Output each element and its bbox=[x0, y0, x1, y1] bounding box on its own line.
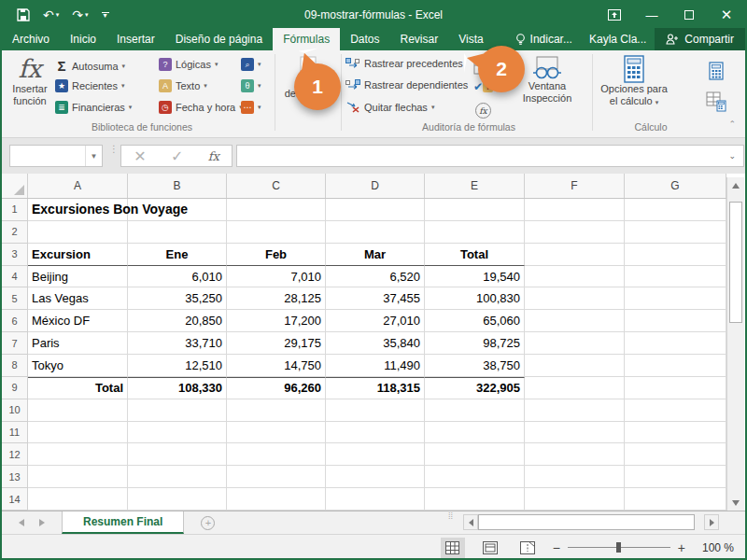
sheet-tab-resumen-final[interactable]: Resumen Final bbox=[62, 511, 184, 534]
cell-E1[interactable] bbox=[425, 199, 525, 221]
close-button[interactable]: ✕ bbox=[708, 2, 745, 28]
cell-A1[interactable]: Excursiones Bon Voyage bbox=[28, 199, 128, 221]
cell-C13[interactable] bbox=[227, 466, 326, 488]
sheet-prev-button[interactable] bbox=[19, 519, 24, 526]
cell-A12[interactable] bbox=[28, 443, 128, 466]
cell-D8[interactable]: 11,490 bbox=[326, 355, 425, 377]
calculation-options-button[interactable]: Opciones parael cálculo ▾ bbox=[598, 55, 670, 108]
cell-E2[interactable] bbox=[425, 221, 525, 244]
cell-E9[interactable]: 322,905 bbox=[425, 377, 525, 399]
enter-button[interactable]: ✓ bbox=[171, 147, 183, 165]
cell-D10[interactable] bbox=[326, 399, 425, 422]
tab-split-handle[interactable]: ⁞⁞ bbox=[448, 514, 453, 519]
cell-G14[interactable] bbox=[625, 488, 726, 511]
cell-G5[interactable] bbox=[625, 287, 726, 310]
tab-vista[interactable]: Vista bbox=[448, 28, 493, 50]
cell-D2[interactable] bbox=[326, 221, 425, 244]
maximize-button[interactable] bbox=[670, 2, 708, 28]
evaluate-formula-button[interactable]: fx bbox=[475, 103, 491, 119]
cell-A14[interactable] bbox=[28, 488, 128, 511]
row-header-3[interactable]: 3 bbox=[2, 244, 28, 266]
vertical-scrollbar[interactable] bbox=[726, 177, 744, 511]
cell-E3[interactable]: Total bbox=[425, 244, 525, 266]
cell-G3[interactable] bbox=[625, 244, 726, 266]
tab-insertar[interactable]: Insertar bbox=[106, 28, 165, 50]
cell-B14[interactable] bbox=[128, 488, 227, 511]
collapse-ribbon-button[interactable]: ⌃ bbox=[728, 119, 736, 129]
cell-G10[interactable] bbox=[625, 399, 726, 422]
redo-button[interactable]: ↷▾ bbox=[72, 7, 88, 22]
row-header-8[interactable]: 8 bbox=[2, 355, 28, 377]
cell-A6[interactable]: México DF bbox=[28, 310, 128, 332]
cancel-button[interactable]: ✕ bbox=[134, 147, 146, 165]
cell-G13[interactable] bbox=[625, 466, 726, 488]
cell-D4[interactable]: 6,520 bbox=[326, 266, 425, 288]
cell-B7[interactable]: 33,710 bbox=[128, 332, 227, 355]
sheet-next-button[interactable] bbox=[39, 519, 45, 526]
page-layout-view-button[interactable] bbox=[478, 538, 502, 558]
user-name[interactable]: Kayla Cla... bbox=[581, 28, 655, 50]
cell-E7[interactable]: 98,725 bbox=[425, 332, 525, 355]
trace-precedents-button[interactable]: Rastrear precedentes bbox=[345, 58, 463, 69]
cell-F11[interactable] bbox=[525, 422, 625, 444]
ribbon-display-options-button[interactable] bbox=[596, 2, 633, 28]
cell-C9[interactable]: 96,260 bbox=[227, 377, 326, 399]
row-header-9[interactable]: 9 bbox=[2, 377, 28, 399]
cell-D6[interactable]: 27,010 bbox=[326, 310, 425, 332]
tab-diseno-de-pagina[interactable]: Diseño de página bbox=[165, 28, 273, 50]
row-header-13[interactable]: 13 bbox=[2, 466, 28, 488]
datetime-button[interactable]: ◷Fecha y hora▾ bbox=[159, 101, 243, 114]
recent-functions-button[interactable]: ★Recientes▾ bbox=[55, 79, 124, 92]
cell-E12[interactable] bbox=[425, 443, 525, 466]
chevron-down-icon[interactable]: ▼ bbox=[85, 146, 102, 166]
row-header-2[interactable]: 2 bbox=[2, 221, 28, 244]
cell-C7[interactable]: 29,175 bbox=[227, 332, 326, 355]
cell-B11[interactable] bbox=[128, 422, 227, 444]
cell-E6[interactable]: 65,060 bbox=[425, 310, 525, 332]
cell-B2[interactable] bbox=[128, 221, 227, 244]
cell-E14[interactable] bbox=[425, 488, 525, 511]
insert-function-button[interactable]: fx Insertar función bbox=[7, 55, 52, 107]
cell-B12[interactable] bbox=[128, 443, 227, 466]
add-sheet-button[interactable]: + bbox=[201, 511, 215, 534]
minimize-button[interactable]: — bbox=[633, 2, 670, 28]
cell-G8[interactable] bbox=[625, 355, 726, 377]
cell-C6[interactable]: 17,200 bbox=[227, 310, 326, 332]
financial-button[interactable]: ≣Financieras▾ bbox=[55, 101, 132, 114]
column-header-E[interactable]: E bbox=[425, 174, 525, 198]
cell-F5[interactable] bbox=[525, 287, 625, 310]
calculate-now-button[interactable] bbox=[708, 62, 725, 80]
cell-D12[interactable] bbox=[326, 443, 425, 466]
cell-A2[interactable] bbox=[28, 221, 128, 244]
zoom-out-button[interactable]: − bbox=[553, 540, 560, 555]
cell-D3[interactable]: Mar bbox=[326, 244, 425, 266]
calculate-sheet-button[interactable] bbox=[706, 91, 726, 112]
cell-F2[interactable] bbox=[525, 221, 625, 244]
tell-me-box[interactable]: Indicar... bbox=[507, 28, 581, 50]
scroll-left-button[interactable] bbox=[463, 514, 478, 530]
cell-E11[interactable] bbox=[425, 422, 525, 444]
tab-archivo[interactable]: Archivo bbox=[2, 28, 60, 50]
tab-revisar[interactable]: Revisar bbox=[390, 28, 449, 50]
save-button[interactable] bbox=[17, 8, 30, 21]
cell-B10[interactable] bbox=[128, 399, 227, 422]
expand-formula-bar-icon[interactable]: ⌄ bbox=[728, 151, 736, 161]
row-header-7[interactable]: 7 bbox=[2, 332, 28, 355]
formula-input[interactable]: ⌄ bbox=[236, 145, 744, 167]
column-header-F[interactable]: F bbox=[525, 174, 625, 198]
column-header-C[interactable]: C bbox=[227, 174, 326, 198]
cell-G6[interactable] bbox=[625, 310, 726, 332]
cell-C10[interactable] bbox=[227, 399, 326, 422]
horizontal-scrollbar[interactable] bbox=[463, 514, 736, 530]
cell-A4[interactable]: Beijing bbox=[28, 266, 128, 288]
cell-F1[interactable] bbox=[525, 199, 625, 221]
cell-D11[interactable] bbox=[326, 422, 425, 444]
column-header-D[interactable]: D bbox=[326, 174, 425, 198]
cell-G7[interactable] bbox=[625, 332, 726, 355]
cell-A8[interactable]: Tokyo bbox=[28, 355, 128, 377]
cell-A10[interactable] bbox=[28, 399, 128, 422]
cell-B13[interactable] bbox=[128, 466, 227, 488]
autosum-button[interactable]: ΣAutosuma▾ bbox=[55, 58, 125, 74]
cell-F8[interactable] bbox=[525, 355, 625, 377]
cell-A9[interactable]: Total bbox=[28, 377, 128, 399]
